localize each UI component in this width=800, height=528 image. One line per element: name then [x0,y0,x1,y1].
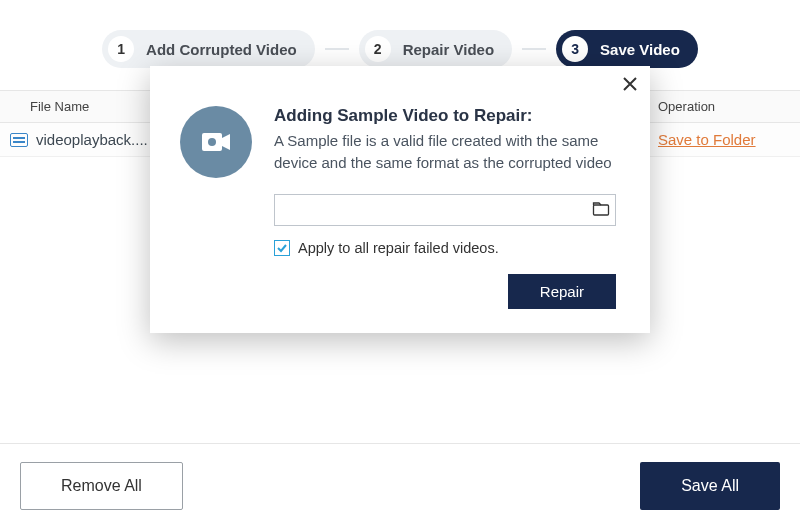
browse-button[interactable] [592,200,610,222]
repair-button[interactable]: Repair [508,274,616,309]
step-3[interactable]: 3 Save Video [556,30,698,68]
save-to-folder-link[interactable]: Save to Folder [658,131,756,148]
step-3-label: Save Video [600,41,680,58]
add-sample-dialog: Adding Sample Video to Repair: A Sample … [150,66,650,333]
step-1[interactable]: 1 Add Corrupted Video [102,30,315,68]
close-button[interactable] [622,74,638,96]
step-divider [325,48,349,50]
svg-rect-2 [594,205,609,215]
svg-point-1 [208,138,216,146]
step-divider [522,48,546,50]
step-2-label: Repair Video [403,41,494,58]
apply-all-label: Apply to all repair failed videos. [298,240,499,256]
footer-bar: Remove All Save All [0,443,800,528]
dialog-title: Adding Sample Video to Repair: [274,106,616,126]
step-1-label: Add Corrupted Video [146,41,297,58]
folder-icon [592,200,610,218]
close-icon [622,76,638,92]
step-2[interactable]: 2 Repair Video [359,30,512,68]
filename-text: videoplayback.... [36,131,148,148]
dialog-description: A Sample file is a valid file created wi… [274,130,616,174]
apply-all-checkbox[interactable] [274,240,290,256]
sample-path-input[interactable] [274,194,616,226]
step-1-num: 1 [108,36,134,62]
check-icon [276,242,288,254]
step-2-num: 2 [365,36,391,62]
save-all-button[interactable]: Save All [640,462,780,510]
col-operation: Operation [648,91,800,122]
camera-icon [180,106,252,178]
step-3-num: 3 [562,36,588,62]
video-file-icon [10,133,28,147]
remove-all-button[interactable]: Remove All [20,462,183,510]
